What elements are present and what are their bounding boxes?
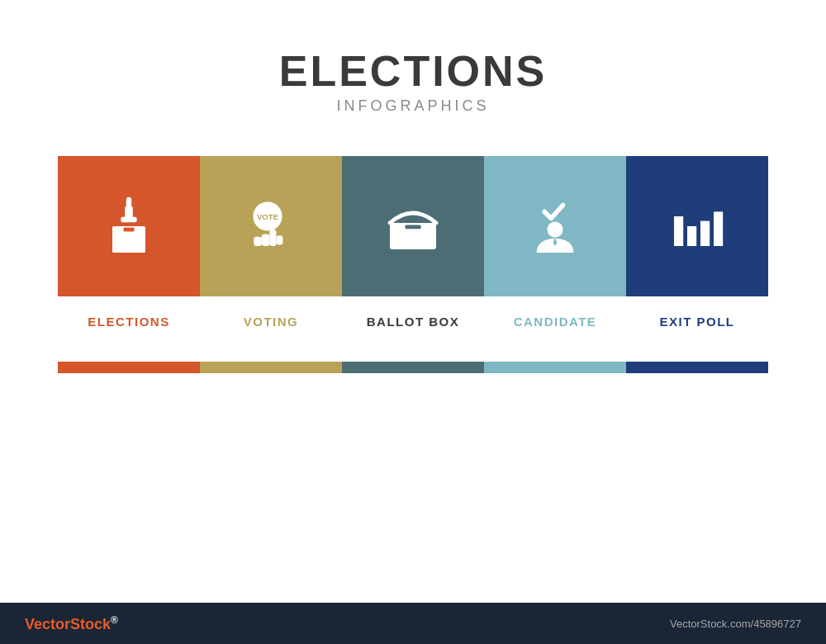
svg-rect-10 xyxy=(262,234,270,246)
title-section: ELECTIONS INFOGRAPHICS xyxy=(279,50,548,115)
svg-point-23 xyxy=(702,250,707,255)
svg-rect-17 xyxy=(674,216,683,246)
labels-row: ELECTIONS VOTING BALLOT BOX CANDIDATE EX… xyxy=(58,315,768,329)
svg-point-15 xyxy=(547,221,563,237)
svg-rect-14 xyxy=(405,225,420,229)
exit-poll-icon-block xyxy=(626,156,768,296)
svg-point-24 xyxy=(715,250,720,255)
voting-label: VOTING xyxy=(200,315,342,329)
candidate-icon xyxy=(522,193,588,259)
voting-icon-block: VOTE xyxy=(200,156,342,296)
footer-bar: VectorStock® VectorStock.com/45896727 xyxy=(0,603,826,644)
svg-rect-12 xyxy=(276,235,282,244)
ballot-box-icon-block xyxy=(342,156,484,296)
svg-rect-19 xyxy=(700,221,710,246)
elections-label: ELECTIONS xyxy=(58,315,200,329)
color-bar-voting xyxy=(200,362,342,373)
svg-rect-4 xyxy=(121,217,136,222)
svg-rect-20 xyxy=(714,211,723,246)
color-bar-candidate xyxy=(484,362,626,373)
main-title: ELECTIONS xyxy=(279,50,548,92)
footer-logo-registered: ® xyxy=(111,614,118,626)
svg-point-6 xyxy=(126,197,131,202)
color-bar-elections xyxy=(58,362,200,373)
svg-rect-11 xyxy=(254,237,262,246)
color-bar-row xyxy=(58,362,768,373)
sub-title: INFOGRAPHICS xyxy=(279,97,548,115)
svg-rect-0 xyxy=(112,230,145,253)
svg-point-21 xyxy=(676,250,681,255)
footer-url: VectorStock.com/45896727 xyxy=(670,618,801,630)
svg-text:VOTE: VOTE xyxy=(257,212,279,221)
exit-poll-icon xyxy=(664,193,730,259)
color-bar-ballot xyxy=(342,362,484,373)
candidate-label: CANDIDATE xyxy=(484,315,626,329)
footer-logo-accent: Vector xyxy=(25,616,70,632)
footer-logo: VectorStock® xyxy=(25,614,118,633)
svg-rect-2 xyxy=(124,228,135,232)
footer-logo-text: Stock xyxy=(70,616,111,632)
icons-row: VOTE xyxy=(58,156,768,296)
elections-icon-block xyxy=(58,156,200,296)
exit-poll-label: EXIT POLL xyxy=(626,315,768,329)
main-content: ELECTIONS INFOGRAPHICS VO xyxy=(0,0,826,603)
voting-icon: VOTE xyxy=(238,193,304,259)
elections-icon xyxy=(96,193,162,259)
color-bar-exitpoll xyxy=(626,362,768,373)
ballot-box-icon xyxy=(380,193,446,259)
svg-point-22 xyxy=(689,250,694,255)
ballot-box-label: BALLOT BOX xyxy=(342,315,484,329)
svg-rect-9 xyxy=(269,230,276,246)
svg-rect-18 xyxy=(687,226,696,246)
candidate-icon-block xyxy=(484,156,626,296)
